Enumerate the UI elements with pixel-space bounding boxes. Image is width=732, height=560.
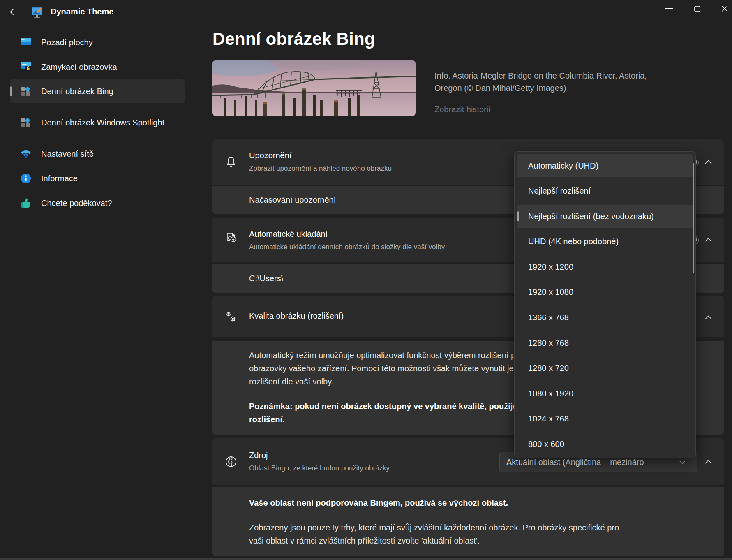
sidebar-item-desktop-background[interactable]: Pozadí plochy: [10, 30, 185, 54]
resolution-option-label: 1920 x 1200: [528, 262, 573, 272]
close-icon: [721, 5, 728, 12]
thumbs-up-icon: [20, 197, 32, 209]
sidebar-item-donate[interactable]: Chcete poděkovat?: [10, 191, 185, 215]
notifications-expander-button[interactable]: [701, 155, 715, 169]
resolution-option-label: 1280 x 720: [528, 363, 569, 373]
notifications-subtitle: Zobrazit upozornění a náhled nového obrá…: [249, 164, 392, 173]
quality-desc-line3: rozlišení dle vaší volby.: [249, 375, 333, 388]
resolution-option[interactable]: 1920 x 1080: [517, 281, 693, 304]
sidebar-item-label: Denní obrázek Windows Spotlight: [41, 116, 177, 129]
source-warning: Vaše oblast není podporována Bingem, pou…: [249, 496, 508, 509]
desktop-background-icon: [20, 36, 32, 49]
sidebar-item-label: Nastavení sítě: [41, 148, 94, 160]
save-icon: [225, 231, 237, 243]
bell-icon: [225, 156, 237, 168]
show-history-link[interactable]: Zobrazit historii: [434, 105, 490, 114]
resolution-option-label: UHD (4K nebo podobné): [528, 237, 619, 246]
chevron-down-icon: [679, 460, 685, 464]
resolution-option-label: Automaticky (UHD): [528, 161, 598, 171]
sidebar-item-label: Informace: [41, 172, 78, 185]
resolution-option[interactable]: UHD (4K nebo podobné): [517, 230, 693, 253]
resolution-option-label: Nejlepší rozlišení (bez vodoznaku): [528, 212, 654, 221]
lock-screen-icon: [20, 61, 32, 73]
chevron-up-icon: [705, 238, 712, 242]
app-icon: [31, 7, 43, 18]
resolution-option[interactable]: 1280 x 720: [517, 357, 693, 380]
maximize-icon: [694, 6, 700, 12]
quality-title: Kvalita obrázku (rozlišení): [249, 311, 344, 321]
app-window: Dynamic Theme Pozadí plochy Zamykací obr…: [0, 0, 732, 560]
gears-icon: [225, 311, 237, 323]
source-subtitle: Oblast Bingu, ze které budou použity obr…: [249, 464, 390, 472]
resolution-option[interactable]: Automaticky (UHD): [517, 154, 693, 177]
info-icon: [20, 172, 32, 185]
close-button[interactable]: [715, 0, 732, 17]
quality-desc-line2: obrazovky vašeho zařízení. Pomocí této m…: [249, 362, 527, 375]
chevron-up-icon: [705, 460, 712, 464]
flyout-scrollbar[interactable]: [693, 163, 694, 273]
back-button[interactable]: [8, 5, 21, 19]
back-arrow-icon: [10, 9, 19, 15]
autosave-path: C:\Users\: [249, 274, 283, 283]
source-desc-line1: Zobrazeny jsou pouze ty trhy, které mají…: [249, 521, 619, 534]
autosave-title: Automatické ukládání: [249, 229, 328, 239]
sidebar-item-about[interactable]: Informace: [10, 166, 185, 190]
spotlight-image-icon: [20, 116, 32, 129]
resolution-option-selected[interactable]: Nejlepší rozlišení (bez vodoznaku): [517, 205, 693, 228]
source-desc-line2: vaši oblast v rámci zvláštních příležito…: [249, 534, 480, 547]
window-title: Dynamic Theme: [51, 7, 113, 16]
bing-image-icon: [20, 85, 32, 97]
network-icon: [20, 148, 32, 160]
globe-icon: [225, 456, 237, 468]
bing-daily-image: [212, 60, 416, 116]
selected-indicator: [10, 86, 12, 96]
region-combobox-value: Aktuální oblast (Angličtina – mezináro: [506, 458, 644, 467]
resolution-option-label: 1024 x 768: [528, 414, 569, 423]
resolution-option[interactable]: 1280 x 768: [517, 331, 693, 354]
sidebar-item-label: Chcete poděkovat?: [41, 197, 112, 209]
sidebar-item-label: Denní obrázek Bing: [41, 85, 113, 97]
resolution-option-label: 1280 x 768: [528, 338, 569, 348]
quality-note-line2: rozlišení.: [249, 413, 285, 426]
chevron-up-icon: [705, 315, 712, 319]
source-expander-button[interactable]: [701, 455, 715, 469]
window-bottom-edge: [0, 558, 732, 560]
maximize-button[interactable]: [688, 0, 707, 17]
image-info-line2: Oregon (© Dan Mihai/Getty Images): [434, 82, 566, 94]
resolution-option-label: 1366 x 768: [528, 313, 569, 322]
notifications-title: Upozornění: [249, 151, 291, 160]
resolution-option[interactable]: 1024 x 768: [517, 407, 693, 430]
sidebar-item-network[interactable]: Nastavení sítě: [10, 141, 185, 166]
page-title: Denní obrázek Bing: [212, 29, 375, 49]
source-title: Zdroj: [249, 451, 268, 460]
sidebar-item-bing-image[interactable]: Denní obrázek Bing: [10, 79, 185, 103]
sidebar-item-spotlight-image[interactable]: Denní obrázek Windows Spotlight: [10, 106, 185, 139]
chevron-up-icon: [705, 160, 712, 164]
selected-indicator: [517, 211, 519, 221]
quality-expander-button[interactable]: [701, 310, 715, 324]
autosave-subtitle: Automatické ukládání denních obrázků do …: [249, 243, 445, 251]
image-info-line1: Info. Astoria-Megler Bridge on the Colum…: [434, 69, 647, 82]
resolution-option[interactable]: Nejlepší rozlišení: [517, 180, 693, 203]
resolution-option[interactable]: 1366 x 768: [517, 306, 693, 329]
resolution-option-label: 800 x 600: [528, 440, 564, 449]
resolution-option[interactable]: 1920 x 1200: [517, 255, 693, 278]
resolution-option-label: 1080 x 1920: [528, 389, 573, 398]
quality-desc-line1: Automatický režim umožňuje optimalizovat…: [249, 349, 531, 362]
source-description-row: Vaše oblast není podporována Bingem, pou…: [212, 486, 724, 556]
resolution-dropdown-flyout: Automaticky (UHD) Nejlepší rozlišení Nej…: [514, 151, 696, 458]
resolution-option[interactable]: 1080 x 1920: [517, 382, 693, 405]
resolution-option[interactable]: 800 x 600: [517, 433, 693, 456]
resolution-option-label: 1920 x 1080: [528, 287, 573, 297]
notification-timing-label: Načasování upozornění: [249, 195, 336, 205]
resolution-option-label: Nejlepší rozlišení: [528, 186, 591, 196]
sidebar-item-label: Pozadí plochy: [41, 36, 93, 49]
minimize-button[interactable]: [660, 0, 679, 17]
sidebar-item-label: Zamykací obrazovka: [41, 61, 117, 73]
sidebar-item-lock-screen[interactable]: Zamykací obrazovka: [10, 55, 185, 79]
minimize-icon: [665, 8, 674, 9]
autosave-expander-button[interactable]: [701, 233, 715, 247]
